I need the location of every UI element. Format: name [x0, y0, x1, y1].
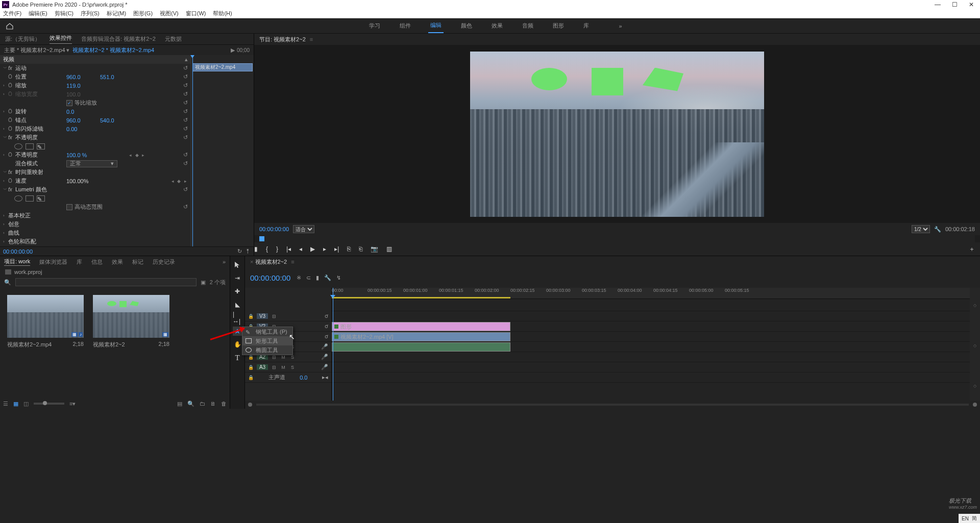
wrench-icon[interactable]: ↯ — [336, 275, 341, 281]
ws-graphics[interactable]: 图形 — [551, 19, 566, 33]
export-frame-icon[interactable]: 📷 — [371, 245, 378, 253]
colorwheel-section[interactable]: 色轮和匹配 — [8, 238, 59, 245]
minimize-button[interactable]: — — [935, 1, 941, 8]
button-editor-icon[interactable]: ＋ — [969, 245, 975, 254]
play-only-icon[interactable]: ▶ — [231, 47, 235, 54]
creative-section[interactable]: 创意 — [8, 220, 59, 228]
reset-icon[interactable]: ↺ — [183, 108, 188, 115]
instance-clip-label[interactable]: 视频素材2~2 * 视频素材2~2.mp4 — [72, 47, 154, 53]
new-item-icon[interactable]: 🗎 — [210, 401, 216, 407]
program-timecode[interactable]: 00:00:00:00 — [259, 226, 289, 232]
list-view-icon[interactable]: ☰ — [3, 401, 8, 407]
tabs-overflow-icon[interactable]: » — [223, 259, 226, 265]
in-point-icon[interactable]: { — [266, 245, 268, 253]
tab-project[interactable]: 项目: work — [4, 258, 30, 266]
ellipse-mask-icon[interactable] — [14, 195, 22, 202]
master-volume[interactable]: 0.0 — [300, 375, 307, 381]
icon-view-icon[interactable]: ▦ — [13, 401, 18, 407]
clip-video[interactable]: 视频素材2~2.mp4 [V] — [332, 332, 510, 341]
out-point-icon[interactable]: } — [276, 245, 278, 253]
ws-overflow-icon[interactable]: » — [617, 20, 624, 32]
step-back-icon[interactable]: ◂ — [299, 245, 302, 253]
tab-effects[interactable]: 效果 — [112, 258, 123, 266]
panel-menu-icon[interactable]: ≡ — [310, 36, 313, 42]
tab-effect-controls[interactable]: 效果控件 — [50, 34, 72, 44]
flicker-value[interactable]: 0.00 — [66, 126, 92, 132]
opacity-value[interactable]: 100.0 % — [66, 152, 92, 158]
home-icon[interactable] — [4, 21, 15, 31]
filter-icon[interactable]: ▣ — [201, 279, 206, 286]
position-x[interactable]: 960.0 — [66, 74, 92, 80]
reset-icon[interactable]: ↺ — [183, 91, 188, 97]
program-monitor[interactable] — [254, 45, 980, 223]
rotation-value[interactable]: 0.0 — [66, 109, 92, 115]
flyout-rectangle-tool[interactable]: 矩形工具 — [242, 336, 292, 345]
lumetri-section[interactable]: Lumetri 颜色 — [15, 186, 66, 193]
play-icon[interactable]: ▶ — [310, 245, 315, 253]
wrench-icon[interactable]: 🔧 — [934, 226, 941, 233]
effect-mini-timeline[interactable]: 视频素材2~2.mp4 — [191, 55, 254, 246]
hdr-checkbox[interactable] — [66, 204, 72, 210]
type-tool[interactable]: T — [233, 353, 242, 362]
go-out-icon[interactable]: ▸| — [334, 245, 339, 253]
resolution-dropdown[interactable]: 1/2 — [912, 225, 930, 233]
ripple-edit-tool[interactable]: ✚ — [233, 287, 242, 296]
rect-mask-icon[interactable] — [26, 195, 34, 202]
reset-icon[interactable]: ↺ — [183, 186, 188, 193]
speed-value[interactable]: 100.00% — [66, 178, 92, 184]
anchor-x[interactable]: 960.0 — [66, 117, 92, 123]
auto-sequence-icon[interactable]: ▤ — [177, 401, 182, 407]
pen-mask-icon[interactable]: ✎ — [37, 195, 45, 202]
find-icon[interactable]: 🔍 — [187, 401, 194, 407]
marker-icon[interactable]: ▮ — [254, 245, 258, 253]
loop-icon[interactable]: ↻ — [237, 248, 242, 255]
tab-audio-mixer[interactable]: 音频剪辑混合器: 视频素材2~2 — [81, 35, 156, 43]
keyframe-nav[interactable]: ◂ ◆ ▸ — [172, 179, 188, 184]
timeremap-section[interactable]: 时间重映射 — [15, 168, 66, 176]
graphic-rectangle[interactable] — [592, 68, 623, 95]
comparison-icon[interactable]: ▥ — [386, 245, 392, 253]
graphic-ellipse[interactable] — [531, 68, 567, 90]
tab-media-browser[interactable]: 媒体浏览器 — [39, 258, 67, 266]
menu-sequence[interactable]: 序列(S) — [81, 10, 100, 17]
reset-icon[interactable]: ↺ — [183, 126, 188, 132]
scale-value[interactable]: 119.0 — [66, 83, 92, 89]
mute-icon[interactable]: ⊟ — [271, 365, 277, 370]
toggle-output-icon[interactable]: ⊟ — [271, 314, 277, 319]
blend-mode-dropdown[interactable]: 正常▾ — [66, 160, 117, 167]
zoom-in-handle[interactable] — [973, 403, 977, 407]
lift-icon[interactable]: ⎘ — [347, 245, 351, 253]
eye-icon[interactable]: ơ — [325, 333, 328, 340]
hand-tool[interactable]: ✋ — [233, 340, 242, 349]
selection-tool[interactable] — [233, 260, 242, 269]
eye-icon[interactable]: ơ — [325, 313, 328, 319]
uniform-scale-checkbox[interactable]: ✓ — [66, 100, 72, 106]
menu-view[interactable]: 视图(V) — [160, 10, 179, 17]
menu-clip[interactable]: 剪辑(C) — [55, 10, 74, 17]
tab-history[interactable]: 历史记录 — [153, 258, 175, 266]
work-area-bar[interactable] — [332, 297, 510, 298]
tab-libraries[interactable]: 库 — [77, 258, 82, 266]
mini-clip[interactable]: 视频素材2~2.mp4 — [192, 63, 253, 71]
track-a3[interactable]: A3 — [257, 364, 268, 370]
master-clip-label[interactable]: 主要 * 视频素材2~2.mp4 — [4, 47, 65, 53]
freeform-view-icon[interactable]: ◫ — [23, 401, 29, 407]
reset-icon[interactable]: ↺ — [183, 65, 188, 71]
anchor-y[interactable]: 540.0 — [100, 117, 114, 123]
ws-library[interactable]: 库 — [581, 19, 591, 33]
basic-correction[interactable]: 基本校正 — [8, 212, 59, 219]
reset-icon[interactable]: ↺ — [183, 204, 188, 210]
close-button[interactable]: ✕ — [969, 1, 974, 8]
mic-icon[interactable]: 🎤 — [321, 364, 328, 370]
clip-audio[interactable] — [332, 342, 510, 352]
keyframe-nav[interactable]: ◂ ◆ ▸ — [129, 153, 145, 158]
timeline-scrollbar[interactable] — [256, 404, 969, 406]
razor-tool[interactable]: ◣ — [233, 300, 242, 309]
reset-icon[interactable]: ↺ — [183, 152, 188, 158]
ime-status[interactable]: EN简 — [959, 514, 980, 523]
snap-icon[interactable]: ※ — [297, 275, 301, 281]
go-in-icon[interactable]: |◂ — [286, 245, 291, 253]
sort-icon[interactable]: ≡▾ — [69, 401, 76, 407]
collapse-icon[interactable]: ▸◂ — [322, 374, 328, 381]
track-select-tool[interactable]: ⇥ — [233, 273, 242, 283]
